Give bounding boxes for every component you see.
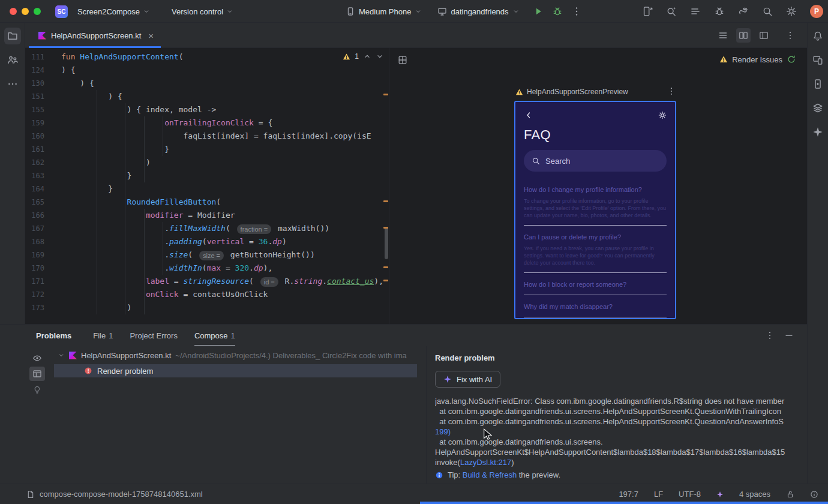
code-editor[interactable]: 111fun HelpAndSupportContent(124) {130 )… [25, 48, 389, 324]
lock-open-icon[interactable] [786, 490, 794, 499]
code-line[interactable]: 160 faqList[index] = faqList[index].copy… [25, 130, 389, 143]
warning-stripe-mark[interactable] [383, 266, 388, 268]
render-problem-row[interactable]: Render problem [54, 364, 417, 377]
profile-avatar[interactable]: P [810, 5, 823, 18]
code-line[interactable]: 111fun HelpAndSupportContent( [25, 50, 389, 64]
status-info-icon[interactable] [810, 490, 818, 499]
next-problem-icon[interactable] [376, 52, 384, 61]
panel-tab-project-errors[interactable]: Project Errors [130, 325, 177, 346]
collaboration-tool-button[interactable] [4, 52, 21, 68]
problems-tab-bar: Problems File1Project ErrorsCompose1 [25, 325, 807, 346]
code-line[interactable]: 169 .size( size = getButtonHeight()) [25, 248, 389, 262]
problems-file-row[interactable]: HelpAndSupportScreen.kt ~/AndroidStudioP… [49, 346, 426, 362]
code-line[interactable]: 172 onClick = contactUsOnClick [25, 288, 389, 301]
device-selector[interactable]: Medium Phone [346, 7, 422, 16]
code-line[interactable]: 163 } [25, 169, 389, 182]
inspection-widget[interactable]: 1 [340, 51, 386, 62]
indent-widget[interactable]: 4 spaces [739, 490, 770, 499]
editor-tab[interactable]: HelpAndSupportScreen.kt × [29, 23, 161, 48]
run-button[interactable] [533, 6, 544, 17]
warning-stripe-mark[interactable] [383, 200, 388, 202]
profiler-icon[interactable] [714, 6, 725, 17]
search-icon[interactable] [762, 6, 773, 17]
indent-space [61, 158, 146, 167]
settings-icon[interactable] [786, 6, 797, 17]
code-line[interactable]: 167 .fillMaxWidth( fraction = maxWidth()… [25, 222, 389, 235]
trace-link[interactable]: LazyDsl.kt:217 [460, 458, 511, 467]
gemini-button[interactable] [809, 124, 826, 140]
tab-options-button[interactable] [783, 28, 797, 43]
code-token: stringResource [184, 277, 250, 286]
preview-layout-icon[interactable] [398, 55, 407, 65]
split-view-toggle[interactable] [736, 28, 751, 43]
code-view-toggle[interactable] [716, 28, 730, 43]
code-line[interactable]: 164 } [25, 182, 389, 196]
resource-manager-button[interactable] [809, 100, 826, 116]
minimize-window-button[interactable] [22, 8, 29, 15]
close-tab-icon[interactable]: × [148, 31, 154, 41]
code-line[interactable]: 173 ) [25, 301, 389, 314]
close-window-button[interactable] [10, 8, 17, 15]
warning-stripe-mark[interactable] [383, 94, 388, 95]
line-separator-widget[interactable]: LF [654, 490, 663, 499]
running-devices-button[interactable] [809, 76, 826, 92]
project-tool-button[interactable] [4, 28, 21, 44]
code-token: ) { [80, 79, 94, 88]
design-view-toggle[interactable] [757, 28, 771, 43]
fix-with-ai-button[interactable]: Fix with AI [435, 371, 500, 388]
code-line[interactable]: 162 ) [25, 156, 389, 169]
notifications-button[interactable] [809, 28, 826, 44]
render-issues-widget[interactable]: Render Issues [719, 55, 796, 64]
run-configuration-selector[interactable]: datingandfriends [437, 7, 519, 16]
phone-preview[interactable]: FAQ Search How do I change my profile in… [514, 101, 676, 319]
view-options-button[interactable] [29, 351, 45, 365]
details-view-button[interactable] [29, 367, 45, 381]
code-line[interactable]: 166 modifier = Modifier [25, 209, 389, 222]
refresh-preview-icon[interactable] [787, 55, 796, 64]
preview-options-icon[interactable] [667, 86, 676, 96]
indent-space [61, 277, 146, 286]
trace-link[interactable]: 199) [435, 427, 451, 436]
ai-search-icon[interactable] [666, 6, 677, 17]
device-mirroring-icon[interactable] [642, 6, 653, 17]
panel-options-icon[interactable] [765, 331, 775, 340]
debug-button[interactable] [552, 6, 563, 17]
status-file-widget[interactable]: compose-compose-model-1758748140651.xml [26, 490, 203, 499]
code-line[interactable]: 159 onTrailingIconClick = { [25, 116, 389, 130]
encoding-widget[interactable]: UTF-8 [679, 490, 701, 499]
quick-fixes-button[interactable] [29, 382, 45, 397]
code-line[interactable]: 171 label = stringResource( id = R.strin… [25, 275, 389, 288]
code-token: getButtonHeight()) [226, 250, 315, 259]
code-line[interactable]: 124) { [25, 64, 389, 77]
editor-scrollbar[interactable] [385, 227, 388, 259]
code-line[interactable]: 130 ) { [25, 77, 389, 90]
hide-panel-icon[interactable] [784, 331, 794, 340]
warning-stripe-mark[interactable] [383, 227, 388, 229]
expand-chevron-icon[interactable] [58, 352, 65, 359]
cursor-position-widget[interactable]: 197:7 [619, 490, 638, 499]
panel-tab-compose[interactable]: Compose1 [194, 325, 235, 346]
more-actions-icon[interactable] [571, 6, 582, 17]
zoom-window-button[interactable] [34, 8, 41, 15]
more-tool-windows-button[interactable] [4, 76, 21, 92]
code-line[interactable]: 168 .padding(vertical = 36.dp) [25, 235, 389, 248]
version-control-menu[interactable]: Version control [168, 5, 237, 19]
inlay-hint: id = [260, 277, 278, 287]
code-line[interactable]: 151 ) { [25, 90, 389, 103]
code-line[interactable]: 155 ) { index, model -> [25, 103, 389, 116]
code-token: ( [216, 197, 221, 206]
project-menu[interactable]: Screen2Compose [74, 5, 154, 19]
code-line[interactable]: 165 RoundedFilledButton( [25, 196, 389, 209]
code-token: RoundedFilledButton [127, 197, 217, 206]
build-refresh-link[interactable]: Build & Refresh [463, 470, 517, 479]
code-line[interactable]: 161 } [25, 143, 389, 156]
code-line[interactable]: 170 .widthIn(max = 320.dp), [25, 262, 389, 275]
device-manager-button[interactable] [809, 52, 826, 68]
task-list-icon[interactable] [690, 6, 701, 17]
panel-tab-file[interactable]: File1 [93, 325, 113, 346]
warning-stripe-mark[interactable] [383, 280, 388, 281]
ai-status-icon[interactable] [716, 491, 724, 498]
previous-problem-icon[interactable] [363, 52, 371, 61]
line-number: 172 [25, 288, 61, 301]
gradle-icon[interactable] [738, 6, 749, 17]
